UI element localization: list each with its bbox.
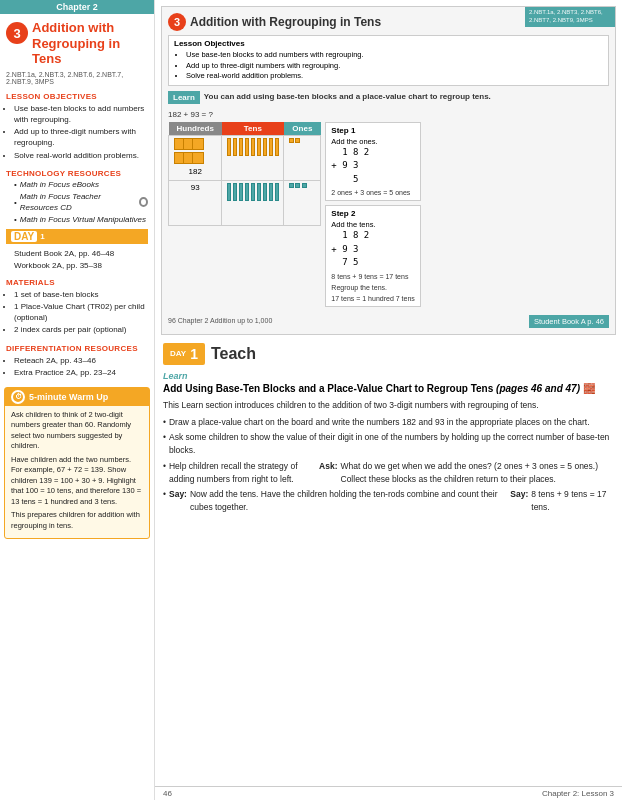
teach-bullet-1: Draw a place-value chart on the board an…	[163, 416, 614, 429]
list-item: Use base-ten blocks to add numbers with …	[186, 50, 603, 61]
step-box-1: Step 1 Add the ones. 1 8 2 + 9 3 5 2 one…	[325, 122, 420, 202]
pv-header-tens: Tens	[222, 122, 284, 136]
warm-up-bullet-2: Have children add the two numbers. For e…	[11, 455, 143, 508]
pv-header-ones: Ones	[284, 122, 321, 136]
teach-body: This Learn section introduces children t…	[163, 399, 614, 514]
bottom-bar: 46 Chapter 2: Lesson 3	[155, 786, 622, 800]
materials-header: MATERIALS	[0, 275, 154, 288]
step1-desc: Add the ones.	[331, 137, 414, 146]
learn-banner: Learn	[168, 91, 200, 104]
pv-cell-ones	[284, 135, 321, 180]
list-item: 1 set of base-ten blocks	[14, 289, 148, 300]
tech-resources-header: TECHNOLOGY RESOURCES	[0, 166, 154, 179]
lesson-number-circle: 3	[6, 22, 28, 44]
list-item: 2 index cards per pair (optional)	[14, 324, 148, 335]
objectives-list: Use base-ten blocks to add numbers with …	[174, 50, 603, 82]
teach-header: DAY 1 Teach	[163, 343, 614, 365]
teach-bullet-3: Help children recall the strategy of add…	[163, 460, 614, 486]
step1-title: Step 1	[331, 126, 414, 135]
block-rod	[257, 138, 261, 156]
learn-description: You can add using base-ten blocks and a …	[204, 92, 491, 102]
tech-item-2: • Math in Focus Teacher Resources CD	[0, 191, 154, 214]
block-rod	[233, 138, 237, 156]
bottom-page-right: Chapter 2: Lesson 3	[542, 789, 614, 798]
pv-header-hundreds: Hundreds	[169, 122, 222, 136]
lesson-objectives-header: LESSON OBJECTIVES	[0, 89, 154, 102]
warm-up-section: ⏱ 5-minute Warm Up Ask children to think…	[4, 387, 150, 540]
pv-cell-hundreds: 182	[169, 135, 222, 180]
list-item: Reteach 2A, pp. 43–46	[14, 355, 148, 366]
diff-resources-list: Reteach 2A, pp. 43–46 Extra Practice 2A,…	[0, 354, 154, 383]
teach-bullet-2: Ask some children to show the value of t…	[163, 431, 614, 457]
step2-note1: 8 tens + 9 tens = 17 tens	[331, 272, 414, 281]
place-value-area: Hundreds Tens Ones	[168, 122, 609, 307]
page-number-bottom-left: 96 Chapter 2 Addition up to 1,000	[168, 317, 272, 324]
day-label: DAY	[11, 231, 37, 242]
materials-list: 1 set of base-ten blocks 1 Place-Value C…	[0, 288, 154, 341]
list-item: Solve real-world addition problems.	[186, 71, 603, 82]
left-panel: Chapter 2 3 Addition with Regrouping in …	[0, 0, 155, 800]
step-box-2: Step 2 Add the tens. 1 8 2 + 9 3 7 5 8 t…	[325, 205, 420, 307]
step1-math: 1 8 2 + 9 3 5	[331, 146, 414, 187]
lesson-objectives-list: Use base-ten blocks to add numbers with …	[0, 102, 154, 166]
bottom-page-left: 46	[163, 789, 172, 798]
block-unit	[302, 183, 307, 188]
block-unit	[295, 138, 300, 143]
step1-note: 2 ones + 3 ones = 5 ones	[331, 188, 414, 197]
clock-icon: ⏱	[11, 390, 25, 404]
lesson-title-right: Addition with Regrouping in Tens	[190, 15, 381, 29]
warm-up-header: ⏱ 5-minute Warm Up	[5, 388, 149, 406]
warm-up-body: Ask children to think of 2 two-digit num…	[5, 406, 149, 539]
teach-title: Teach	[211, 345, 256, 363]
list-item: Use base-ten blocks to add numbers with …	[14, 103, 148, 125]
block-unit	[295, 183, 300, 188]
objectives-title: Lesson Objectives	[174, 39, 603, 48]
learn-sublabel: Learn	[163, 371, 614, 381]
block-rod	[227, 138, 231, 156]
standards-badge: 2.NBT.1a, 2.NBT3, 2.NBT6, 2.NBT7, 2.NBT9…	[525, 7, 615, 27]
textbook-objectives: Lesson Objectives Use base-ten blocks to…	[168, 35, 609, 86]
block-square	[192, 138, 204, 150]
teach-day-num: 1	[190, 346, 198, 362]
block-rod	[239, 183, 243, 201]
block-rod	[233, 183, 237, 201]
pv-cell-tens-2	[222, 180, 284, 225]
warm-up-bullet-1: Ask children to think of 2 two-digit num…	[11, 410, 143, 452]
chapter-header: Chapter 2	[0, 0, 154, 14]
teach-section: DAY 1 Teach Learn Add Using Base-Ten Blo…	[155, 339, 622, 521]
block-unit	[289, 183, 294, 188]
teach-bullet-4: Say: Now add the tens. Have the children…	[163, 488, 614, 514]
lesson-header-block: 3 Addition with Regrouping in Tens	[0, 14, 154, 71]
block-rod	[251, 183, 255, 201]
textbook-preview: 2.NBT.1a, 2.NBT3, 2.NBT6, 2.NBT7, 2.NBT9…	[161, 6, 616, 335]
block-unit	[289, 138, 294, 143]
block-rod	[239, 138, 243, 156]
step2-desc: Add the tens.	[331, 220, 414, 229]
step2-note3: 17 tens = 1 hundred 7 tens	[331, 294, 414, 303]
day-teach-badge: DAY 1	[163, 343, 205, 365]
day-number: 1	[40, 232, 44, 241]
teach-day-label: DAY	[170, 349, 186, 358]
lesson-circle-right: 3	[168, 13, 186, 31]
pv-table: Hundreds Tens Ones	[168, 122, 321, 226]
block-rod	[269, 138, 273, 156]
tech-item-3: • Math in Focus Virtual Manipulatives	[0, 214, 154, 226]
diff-resources-header: DIFFERENTIATION RESOURCES	[0, 341, 154, 354]
block-rod	[245, 183, 249, 201]
block-rod	[263, 183, 267, 201]
tech-item-1: • Math in Focus eBooks	[0, 179, 154, 191]
block-rod	[269, 183, 273, 201]
list-item: Extra Practice 2A, pp. 23–24	[14, 367, 148, 378]
step2-math: 1 8 2 + 9 3 7 5	[331, 229, 414, 270]
block-rod	[275, 138, 279, 156]
block-rod	[257, 183, 261, 201]
equation-text: 182 + 93 = ?	[168, 110, 609, 119]
list-item: 1 Place-Value Chart (TR02) per child (op…	[14, 301, 148, 323]
right-panel: 2.NBT.1a, 2.NBT3, 2.NBT6, 2.NBT7, 2.NBT9…	[155, 0, 622, 800]
list-item: Add up to three-digit numbers with regro…	[14, 126, 148, 148]
steps-container: Step 1 Add the ones. 1 8 2 + 9 3 5 2 one…	[325, 122, 420, 307]
block-rod	[251, 138, 255, 156]
block-square	[192, 152, 204, 164]
warm-up-title: 5-minute Warm Up	[29, 392, 108, 402]
pv-chart: Hundreds Tens Ones	[168, 122, 321, 226]
